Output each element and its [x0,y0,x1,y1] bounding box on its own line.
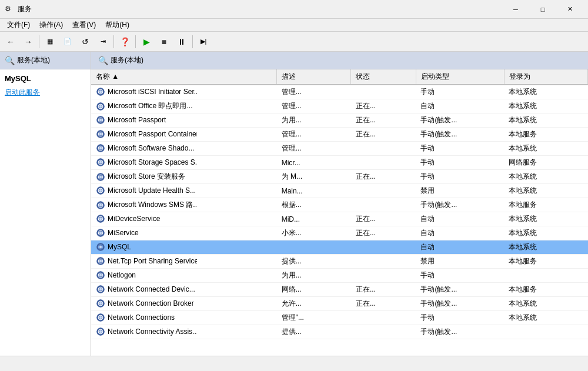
service-login-cell: 本地系统 [504,240,587,255]
service-login-cell: 本地系统 [504,297,587,311]
title-bar: ⚙ 服务 ─ □ ✕ [0,0,588,19]
service-name-cell: Network Connectivity Assis... [91,325,197,338]
table-row[interactable]: Microsoft Passport为用...正在...手动(触发...本地系统 [91,113,588,128]
toolbar-separator-3 [135,35,136,48]
svg-point-17 [99,161,102,164]
table-row[interactable]: MySQL自动本地系统 [91,240,588,255]
export-button[interactable]: ⇥ [95,34,111,50]
sidebar-header-icon: 🔍 [5,56,15,65]
close-button[interactable]: ✕ [556,0,583,19]
service-icon [96,186,105,195]
service-desc-cell: 管理... [277,85,351,99]
service-name-cell: Microsoft Office 即点即用... [91,99,197,113]
table-row[interactable]: Microsoft Software Shado...管理...手动本地系统 [91,142,588,156]
service-login-cell: 本地系统 [504,85,587,99]
service-icon [96,158,105,167]
table-row[interactable]: Netlogon为用...手动 [91,269,588,283]
forward-button[interactable]: → [20,34,36,50]
service-startup-cell: 手动 [416,311,504,325]
svg-point-8 [99,119,102,122]
svg-point-14 [99,147,102,150]
table-row[interactable]: Network Connections管理"...手动本地系统 [91,311,588,325]
properties-button[interactable]: 📄 [59,34,76,50]
menu-item-查看V[interactable]: 查看(V) [68,19,101,31]
service-desc-cell: 允许... [277,297,351,311]
service-login-cell: 本地系统 [504,226,587,240]
window-title: 服务 [18,4,32,14]
svg-point-20 [99,175,102,178]
table-row[interactable]: MiService小米...正在...自动本地系统 [91,226,588,240]
help-button[interactable]: ❓ [116,34,133,50]
col-header-name[interactable]: 名称 ▲ [91,69,277,85]
service-name-cell: Microsoft Passport [91,113,197,126]
table-row[interactable]: Net.Tcp Port Sharing Service提供...禁用本地服务 [91,255,588,269]
service-login-cell [504,325,587,339]
service-login-cell: 本地系统 [504,170,587,184]
table-row[interactable]: Microsoft Store 安装服务为 M...正在...手动本地系统 [91,170,588,184]
svg-point-23 [99,189,102,192]
services-table[interactable]: 名称 ▲ 描述 状态 启动类型 登录为 Microsoft iSCSI Init… [91,69,588,356]
table-row[interactable]: Microsoft Update Health S...Main...禁用本地系… [91,184,588,198]
service-startup-cell: 手动(触发... [416,283,504,297]
service-startup-cell: 手动(触发... [416,113,504,128]
service-name-cell: MiDeviceService [91,212,197,225]
start-service-link[interactable]: 启动此服务 [5,88,40,96]
service-status-cell [351,142,416,156]
service-name-text: MySQL [108,243,131,251]
service-status-cell [351,85,416,99]
pause-service-button[interactable]: ⏸ [173,34,190,50]
svg-point-44 [99,288,102,291]
col-header-status[interactable]: 状态 [351,69,416,85]
menu-item-操作A[interactable]: 操作(A) [35,19,68,31]
service-status-cell: 正在... [351,212,416,226]
service-name-text: Microsoft Update Health S... [108,186,196,195]
table-row[interactable]: Microsoft Windows SMS 路...根据...手动(触发...本… [91,198,588,212]
table-row[interactable]: Network Connected Devic...网络...正在...手动(触… [91,283,588,297]
menu-item-文件F[interactable]: 文件(F) [2,19,35,31]
col-header-startup[interactable]: 启动类型 [416,69,504,85]
back-button[interactable]: ← [2,34,19,50]
service-name-cell: Network Connected Devic... [91,283,197,296]
window-controls: ─ □ ✕ [502,0,583,19]
col-header-login[interactable]: 登录为 [504,69,587,85]
service-login-cell: 本地系统 [504,113,587,128]
table-row[interactable]: Microsoft Office 即点即用...管理...正在...自动本地系统 [91,99,588,113]
table-row[interactable]: Microsoft Passport Container管理...正在...手动… [91,128,588,142]
col-header-desc[interactable]: 描述 [277,69,351,85]
service-login-cell: 网络服务 [504,156,587,170]
table-row[interactable]: Network Connectivity Assis...提供...手动(触发.… [91,325,588,339]
table-row[interactable]: Microsoft Storage Spaces S...Micr...手动网络… [91,156,588,170]
show-hide-button[interactable]: ▦ [42,34,58,50]
minimize-button[interactable]: ─ [502,0,529,19]
maximize-button[interactable]: □ [529,0,556,19]
service-name-cell: Network Connections [91,311,197,324]
table-row[interactable]: Microsoft iSCSI Initiator Ser...管理...手动本… [91,85,588,99]
stop-service-button[interactable]: ■ [156,34,172,50]
service-startup-cell: 自动 [416,99,504,113]
service-status-cell: 正在... [351,99,416,113]
sidebar-header: 🔍 服务(本地) [0,52,91,69]
service-desc-cell: 网络... [277,283,351,297]
service-desc-cell: 小米... [277,226,351,240]
service-desc-cell: 管理... [277,128,351,142]
service-icon [96,200,105,210]
service-icon [96,327,105,336]
service-desc-cell: 管理... [277,142,351,156]
content-header-icon: 🔍 [98,56,108,65]
status-bar [0,356,588,371]
service-icon [96,172,105,182]
service-status-cell: 正在... [351,128,416,142]
service-name-text: Network Connectivity Assis... [108,327,197,336]
service-startup-cell: 自动 [416,212,504,226]
service-startup-cell: 自动 [416,240,504,255]
service-name-text: MiDeviceService [108,215,160,223]
refresh-button[interactable]: ↺ [77,34,93,50]
table-row[interactable]: Network Connection Broker允许...正在...手动(触发… [91,297,588,311]
service-name-text: Microsoft Storage Spaces S... [108,158,197,166]
restart-service-button[interactable]: ▶| [195,34,212,50]
service-name-cell: Network Connection Broker [91,297,197,310]
menu-item-帮助H[interactable]: 帮助(H) [101,19,134,31]
table-row[interactable]: MiDeviceServiceMiD...正在...自动本地系统 [91,212,588,226]
start-service-button[interactable]: ▶ [138,34,155,50]
service-status-cell [351,156,416,170]
